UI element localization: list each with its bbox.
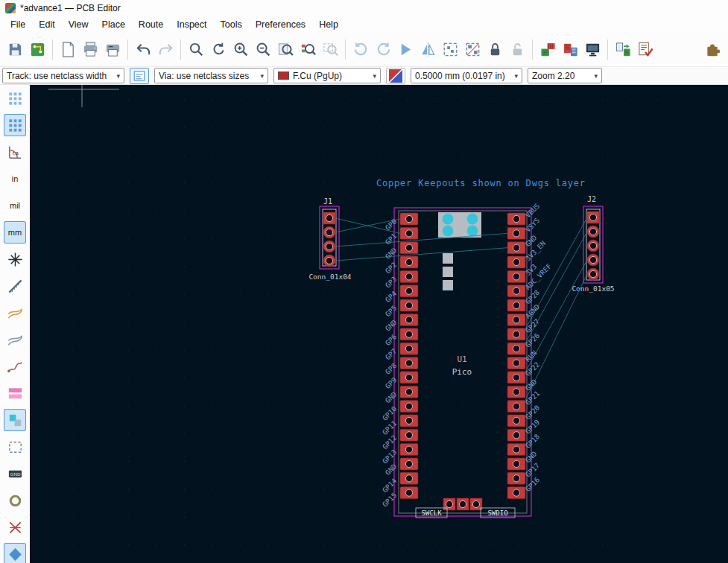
- menubar: File Edit View Place Route Inspect Tools…: [0, 16, 728, 32]
- layer-pair-button[interactable]: [386, 68, 405, 84]
- undo-button[interactable]: [132, 38, 154, 60]
- track-display-mode-button[interactable]: [4, 516, 26, 538]
- svg-text:U1: U1: [457, 354, 466, 364]
- j2-pads[interactable]: [587, 211, 599, 280]
- unlock-icon: [509, 41, 526, 58]
- svg-text:Conn_01x05: Conn_01x05: [572, 284, 614, 293]
- pcb-drawing[interactable]: Copper Keepouts shown on Dwgs layerU1Pic…: [30, 85, 728, 563]
- zoom-out-button[interactable]: [252, 38, 274, 60]
- 3d-viewer-button[interactable]: [581, 38, 604, 60]
- toolbar-separator: [180, 39, 181, 60]
- menu-help[interactable]: Help: [312, 18, 345, 31]
- menu-tools[interactable]: Tools: [214, 18, 249, 31]
- menu-view[interactable]: View: [62, 18, 95, 31]
- refresh-icon: [210, 41, 227, 58]
- plot-button[interactable]: [101, 38, 124, 60]
- zone-fill-display-button[interactable]: [4, 382, 26, 404]
- zoom-fit-objects-button[interactable]: [297, 38, 319, 60]
- drc-button[interactable]: [634, 38, 656, 60]
- svg-text:SWDIO: SWDIO: [487, 509, 507, 517]
- chevron-down-icon: ▾: [373, 72, 376, 80]
- inactive-layer-dim-button[interactable]: [4, 409, 26, 431]
- update-pcb-icon: [615, 41, 632, 58]
- menu-preferences[interactable]: Preferences: [249, 18, 312, 31]
- print-button[interactable]: [79, 38, 101, 60]
- zoom-out-icon: [255, 41, 272, 58]
- show-ratsnest-button[interactable]: [4, 302, 26, 324]
- layer-dim-icon: [7, 412, 24, 429]
- units-mils-button[interactable]: mil: [4, 194, 26, 217]
- pcb-editor-window: *advance1 — PCB Editor File Edit View Pl…: [0, 0, 728, 563]
- toolbar-separator: [127, 39, 128, 60]
- units-mm-button[interactable]: mm: [4, 221, 26, 244]
- grid-override-button[interactable]: [4, 114, 26, 136]
- polar-label: r,a: [12, 150, 18, 156]
- zoom-in-button[interactable]: [230, 38, 252, 60]
- board-setup-icon: [29, 41, 46, 58]
- layer-pair-icon: [389, 69, 402, 83]
- high-contrast-mode-button[interactable]: [4, 543, 26, 563]
- lock-button[interactable]: [484, 38, 506, 60]
- menu-file[interactable]: File: [4, 18, 32, 31]
- undo-icon: [135, 41, 152, 58]
- footprint-browser-button[interactable]: [559, 38, 581, 60]
- measure-button[interactable]: [4, 275, 26, 297]
- menu-route[interactable]: Route: [132, 18, 170, 31]
- page-settings-icon: [60, 41, 77, 58]
- zoom-select[interactable]: Zoom 2.20 ▾: [528, 68, 602, 83]
- plugins-button[interactable]: [702, 38, 724, 60]
- rotate-ccw-button[interactable]: [349, 38, 372, 60]
- zone-outline-display-button[interactable]: [4, 436, 26, 458]
- flip-board-view-button[interactable]: [417, 38, 439, 60]
- monitor-icon: [584, 41, 601, 58]
- play-button[interactable]: [394, 38, 417, 60]
- zoom-in-icon: [232, 41, 250, 58]
- svg-text:SWCLK: SWCLK: [421, 509, 442, 517]
- menu-place[interactable]: Place: [95, 18, 132, 31]
- curved-ratsnest-button[interactable]: [4, 328, 26, 351]
- footprint-editor-icon: [539, 41, 557, 58]
- dwgs-annotation-text[interactable]: Copper Keepouts shown on Dwgs layer: [376, 178, 586, 188]
- redo-button[interactable]: [154, 38, 177, 60]
- local-ratsnest-button[interactable]: [4, 355, 26, 378]
- chevron-down-icon: ▾: [260, 72, 264, 80]
- kicad-logo-icon: [5, 3, 16, 13]
- menu-inspect[interactable]: Inspect: [170, 18, 213, 31]
- polar-coordinates-button[interactable]: r,a: [4, 141, 26, 163]
- net-names-display-button[interactable]: GND: [4, 462, 26, 485]
- unlock-button[interactable]: [506, 38, 528, 60]
- zoom-selection-icon: [322, 41, 339, 58]
- ungroup-button[interactable]: [461, 38, 484, 60]
- zoom-fit-page-button[interactable]: [274, 38, 297, 60]
- board-setup-button[interactable]: [26, 38, 48, 60]
- footprint-editor-button[interactable]: [536, 38, 559, 60]
- curved-ratsnest-icon: [7, 331, 24, 349]
- toolbar-separator: [607, 39, 608, 60]
- pcb-canvas[interactable]: Copper Keepouts shown on Dwgs layerU1Pic…: [30, 85, 728, 563]
- group-button[interactable]: [439, 38, 461, 60]
- track-width-select[interactable]: Track: use netclass width ▾: [2, 68, 124, 83]
- menu-edit[interactable]: Edit: [32, 18, 62, 31]
- page-settings-button[interactable]: [57, 38, 79, 60]
- find-button[interactable]: [185, 38, 207, 60]
- pad-display-mode-button[interactable]: [4, 489, 26, 512]
- via-size-select[interactable]: Via: use netclass sizes ▾: [154, 68, 268, 83]
- track-width-value: Track: use netclass width: [7, 71, 107, 81]
- chevron-down-icon: ▾: [594, 72, 598, 80]
- grid-size-select[interactable]: 0.5000 mm (0.0197 in) ▾: [411, 68, 522, 83]
- save-button[interactable]: [4, 38, 26, 60]
- rotate-cw-button[interactable]: [372, 38, 394, 60]
- auto-track-width-icon: [133, 69, 146, 83]
- grid-visibility-button[interactable]: [4, 87, 26, 109]
- search-icon: [188, 41, 205, 58]
- crosshair-cursor-button[interactable]: [4, 248, 26, 270]
- update-pcb-from-schematic-button[interactable]: [612, 38, 634, 60]
- drc-check-icon: [637, 41, 654, 58]
- units-inches-button[interactable]: in: [4, 168, 26, 190]
- layer-select[interactable]: F.Cu (PgUp) ▾: [273, 68, 381, 83]
- refresh-button[interactable]: [207, 38, 230, 60]
- zoom-selection-button[interactable]: [319, 38, 341, 60]
- auto-track-width-button[interactable]: [130, 68, 149, 84]
- redo-icon: [157, 41, 174, 58]
- window-title: *advance1 — PCB Editor: [20, 3, 121, 13]
